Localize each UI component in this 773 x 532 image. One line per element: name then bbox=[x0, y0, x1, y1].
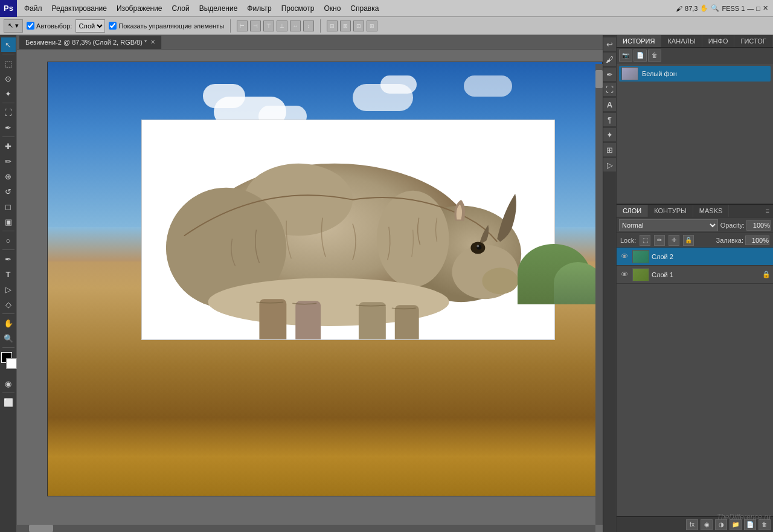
canvas-scrollbar-v[interactable] bbox=[595, 64, 603, 525]
tab-channels[interactable]: КАНАЛЫ bbox=[661, 35, 702, 47]
canvas-content[interactable] bbox=[17, 50, 603, 532]
align-top-icon[interactable]: ⊤ bbox=[263, 21, 274, 31]
extra-align-tools: ⊟ ⊠ ⊡ ⊞ bbox=[327, 21, 377, 31]
panel-tool-crop[interactable]: ⛶ bbox=[603, 83, 617, 96]
marquee-tool[interactable]: ⬚ bbox=[1, 56, 16, 71]
move-tool[interactable]: ↖ bbox=[1, 37, 16, 52]
menu-image[interactable]: Изображение bbox=[112, 0, 167, 17]
quick-mask-toggle[interactable]: ◉ bbox=[1, 376, 16, 391]
close-btn[interactable]: ✕ bbox=[763, 4, 768, 12]
align-left-icon[interactable]: ⊢ bbox=[237, 21, 248, 31]
align-horiz-center-icon[interactable]: ⊟ bbox=[327, 21, 338, 31]
zoom-tool[interactable]: 🔍 bbox=[1, 331, 16, 345]
distribute-h-icon[interactable]: ↔ bbox=[290, 21, 301, 31]
history-delete[interactable]: 🗑 bbox=[648, 50, 661, 62]
tab-info[interactable]: ИНФО bbox=[702, 35, 735, 47]
panel-tool-history[interactable]: ↩ bbox=[603, 37, 617, 51]
panel-tool-para[interactable]: ¶ bbox=[603, 113, 617, 126]
brush-tool[interactable]: ✏ bbox=[1, 154, 16, 168]
panel-tool-play[interactable]: ▷ bbox=[603, 158, 617, 171]
lock-pixels-btn[interactable]: ✏ bbox=[654, 235, 665, 246]
eyedropper-tool[interactable]: ✒ bbox=[1, 120, 16, 135]
lock-transparent-btn[interactable]: ⬚ bbox=[640, 235, 650, 246]
layer-fx-btn[interactable]: fx bbox=[686, 519, 698, 530]
menu-window[interactable]: Окно bbox=[319, 0, 345, 17]
dodge-tool[interactable]: ○ bbox=[1, 233, 16, 248]
healing-tool[interactable]: ✚ bbox=[1, 139, 16, 153]
menu-select[interactable]: Выделение bbox=[194, 0, 243, 17]
tab-masks[interactable]: MASKS bbox=[693, 205, 730, 217]
screen-mode-toggle[interactable]: ⬜ bbox=[1, 395, 16, 409]
align-vert-center-icon[interactable]: ⊠ bbox=[340, 21, 351, 31]
tab-close-btn[interactable]: ✕ bbox=[150, 39, 155, 45]
scrollbar-h-thumb[interactable] bbox=[29, 525, 53, 532]
gradient-tool[interactable]: ▣ bbox=[1, 214, 16, 229]
lock-position-btn[interactable]: ✛ bbox=[669, 235, 679, 246]
background-color[interactable] bbox=[6, 358, 17, 369]
pen-tool[interactable]: ✒ bbox=[1, 252, 16, 266]
opacity-input[interactable]: 100% bbox=[746, 220, 771, 231]
lock-label: Lock: bbox=[620, 237, 636, 244]
svg-rect-7 bbox=[395, 305, 419, 339]
menu-edit[interactable]: Редактирование bbox=[47, 0, 112, 17]
type-tool[interactable]: T bbox=[1, 267, 16, 281]
hand-tool[interactable]: ✋ bbox=[1, 316, 16, 330]
canvas-area[interactable]: Безимени-2 @ 87,3% (Слой 2, RGB/8) * ✕ bbox=[17, 35, 603, 532]
shape-tool[interactable]: ◇ bbox=[1, 297, 16, 312]
show-controls-checkbox[interactable] bbox=[109, 22, 117, 30]
align-extra-icon[interactable]: ⊡ bbox=[353, 21, 364, 31]
panel-tool-pen[interactable]: ✒ bbox=[603, 68, 617, 81]
distribute-icon[interactable]: ⊞ bbox=[367, 21, 377, 31]
document-tab[interactable]: Безимени-2 @ 87,3% (Слой 2, RGB/8) * ✕ bbox=[19, 36, 162, 49]
brush-size-icon: 🖌 bbox=[676, 5, 682, 12]
blend-mode-dropdown[interactable]: Normal Dissolve Multiply Screen Overlay … bbox=[619, 219, 718, 231]
menu-layer[interactable]: Слой bbox=[167, 0, 194, 17]
tab-history[interactable]: ИСТОРИЯ bbox=[617, 35, 661, 47]
clone-tool[interactable]: ⊕ bbox=[1, 169, 16, 184]
history-item-white-bg[interactable]: Белый фон bbox=[619, 66, 771, 82]
history-item-label: Белый фон bbox=[642, 70, 677, 77]
path-select-tool[interactable]: ▷ bbox=[1, 282, 16, 296]
menu-file[interactable]: Файл bbox=[19, 0, 47, 17]
layer-2-visibility[interactable]: 👁 bbox=[619, 251, 630, 262]
menu-view[interactable]: Просмотр bbox=[277, 0, 319, 17]
panel-tool-grid[interactable]: ⊞ bbox=[603, 143, 617, 156]
tool-preset-btn[interactable]: ↖ ▾ bbox=[4, 19, 23, 33]
layer-item-2[interactable]: 👁 Слой 2 bbox=[617, 248, 773, 266]
show-controls-label: Показать управляющие элементы bbox=[109, 22, 224, 30]
history-brush-tool[interactable]: ↺ bbox=[1, 184, 16, 199]
panel-tool-star[interactable]: ✦ bbox=[603, 128, 617, 141]
menu-filter[interactable]: Фильтр bbox=[242, 0, 276, 17]
quick-select-tool[interactable]: ✦ bbox=[1, 86, 16, 101]
auto-select-dropdown[interactable]: Слой bbox=[75, 19, 105, 33]
tab-paths[interactable]: КОНТУРЫ bbox=[648, 205, 693, 217]
eraser-tool[interactable]: ◻ bbox=[1, 199, 16, 214]
menu-bar: Ps Файл Редактирование Изображение Слой … bbox=[0, 0, 773, 17]
layer-mask-btn[interactable]: ◉ bbox=[701, 519, 713, 530]
tab-histogram[interactable]: ГИСТОГ bbox=[734, 35, 772, 47]
layer-2-name: Слой 2 bbox=[652, 253, 760, 260]
align-distribute-tools: ⊢ ⊣ ⊤ ⊥ ↔ ↕ bbox=[237, 21, 314, 31]
tab-layers[interactable]: СЛОИ bbox=[617, 205, 648, 217]
scrollbar-v-thumb[interactable] bbox=[595, 70, 603, 88]
maximize-btn[interactable]: □ bbox=[756, 5, 760, 12]
distribute-v-icon[interactable]: ↕ bbox=[303, 21, 314, 31]
minimize-btn[interactable]: — bbox=[747, 5, 754, 12]
fill-input[interactable]: 100% bbox=[745, 236, 769, 245]
history-new-snapshot[interactable]: 📷 bbox=[619, 50, 632, 62]
panel-tool-brush[interactable]: 🖌 bbox=[603, 53, 617, 66]
layer-item-1[interactable]: 👁 Слой 1 🔒 bbox=[617, 266, 773, 284]
canvas-scrollbar-h[interactable] bbox=[17, 525, 595, 532]
layers-panel-collapse[interactable]: ≡ bbox=[762, 205, 773, 217]
crop-tool[interactable]: ⛶ bbox=[1, 105, 16, 120]
lock-all-btn[interactable]: 🔒 bbox=[683, 235, 694, 246]
menu-help[interactable]: Справка bbox=[345, 0, 383, 17]
history-create-doc[interactable]: 📄 bbox=[633, 50, 647, 62]
right-panel: ИСТОРИЯ КАНАЛЫ ИНФО ГИСТОГ ≡ 📷 📄 🗑 Белый… bbox=[616, 35, 773, 532]
lasso-tool[interactable]: ⊙ bbox=[1, 71, 16, 86]
layer-1-visibility[interactable]: 👁 bbox=[619, 269, 630, 280]
panel-tool-type[interactable]: A bbox=[603, 98, 617, 111]
align-center-icon[interactable]: ⊣ bbox=[250, 21, 261, 31]
auto-select-checkbox[interactable] bbox=[27, 22, 34, 30]
align-bottom-icon[interactable]: ⊥ bbox=[277, 21, 287, 31]
